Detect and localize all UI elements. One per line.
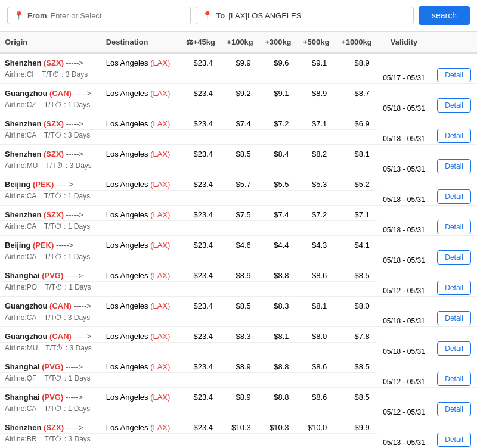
days-label: : 1 Days bbox=[64, 192, 90, 200]
detail-button[interactable]: Detail bbox=[437, 220, 471, 234]
origin-code: (CAN) bbox=[49, 332, 72, 341]
search-button[interactable]: search bbox=[419, 6, 470, 25]
detail-button[interactable]: Detail bbox=[437, 250, 471, 265]
origin-city: Shanghai bbox=[5, 271, 42, 280]
dest-city: Los Angeles bbox=[106, 119, 150, 128]
transit-label: T/T bbox=[45, 283, 55, 291]
origin-city: Shenzhen bbox=[5, 119, 44, 128]
detail-button[interactable]: Detail bbox=[437, 433, 471, 447]
detail-cell[interactable]: Detail bbox=[431, 84, 477, 114]
days-label: : 1 Days bbox=[64, 222, 90, 231]
origin-cell: Shenzhen (SZX) -----> bbox=[0, 114, 101, 130]
price-100: $8.3 bbox=[220, 327, 258, 343]
detail-button[interactable]: Detail bbox=[437, 281, 471, 295]
validity-cell: 05/18 - 05/31 bbox=[377, 297, 432, 327]
dest-code: (LAX) bbox=[150, 393, 170, 402]
detail-cell[interactable]: Detail bbox=[431, 114, 477, 145]
price-100: $8.5 bbox=[220, 297, 258, 312]
to-input[interactable] bbox=[228, 11, 407, 20]
price-1000: $9.9 bbox=[334, 418, 376, 434]
transit-icon: ⏱ bbox=[55, 435, 62, 443]
arrow-icon: -----> bbox=[66, 210, 83, 219]
to-input-box[interactable]: 📍 To bbox=[196, 7, 414, 24]
detail-cell[interactable]: Detail bbox=[431, 145, 477, 175]
table-row: Shenzhen (SZX) -----> Los Angeles (LAX) … bbox=[0, 206, 477, 221]
arrow-icon: -----> bbox=[66, 150, 83, 158]
airline-info: Airline:CI T/T⏱ : 3 Days bbox=[0, 69, 179, 84]
transit-icon: ⏱ bbox=[56, 161, 63, 170]
from-input[interactable] bbox=[51, 11, 185, 20]
dest-city: Los Angeles bbox=[106, 271, 150, 280]
price-500: $8.6 bbox=[296, 357, 334, 373]
detail-button[interactable]: Detail bbox=[437, 402, 471, 416]
header-action bbox=[431, 32, 477, 53]
airline-info: Airline:CA T/T⏱ : 3 Days bbox=[0, 130, 179, 145]
price-100: $8.9 bbox=[220, 388, 258, 403]
arrow-icon: -----> bbox=[66, 271, 83, 280]
dest-code: (LAX) bbox=[150, 241, 170, 250]
detail-button[interactable]: Detail bbox=[437, 311, 471, 325]
header-45kg: ⚖+45kg bbox=[179, 32, 220, 53]
origin-cell: Shanghai (PVG) -----> bbox=[0, 388, 101, 403]
detail-cell[interactable]: Detail bbox=[431, 175, 477, 206]
dest-cell: Los Angeles (LAX) bbox=[101, 53, 179, 69]
airline-label: Airline: bbox=[5, 131, 27, 139]
price-500: $5.3 bbox=[296, 175, 334, 191]
airline-info: Airline:PO T/T⏱ : 1 Days bbox=[0, 282, 179, 297]
airline-code: MU bbox=[27, 161, 38, 170]
price-500: $7.1 bbox=[296, 114, 334, 130]
origin-cell: Shanghai (PVG) -----> bbox=[0, 357, 101, 373]
origin-code: (SZX) bbox=[44, 423, 64, 432]
dest-cell: Los Angeles (LAX) bbox=[101, 266, 179, 282]
airline-label: Airline: bbox=[5, 405, 27, 413]
dest-cell: Los Angeles (LAX) bbox=[101, 327, 179, 343]
from-input-box[interactable]: 📍 From bbox=[7, 7, 191, 24]
detail-cell[interactable]: Detail bbox=[431, 297, 477, 327]
detail-cell[interactable]: Detail bbox=[431, 388, 477, 418]
validity-cell: 05/18 - 05/31 bbox=[377, 236, 432, 266]
airline-info: Airline:CA T/T⏱ : 1 Days bbox=[0, 191, 179, 206]
airline-info: Airline:MU T/T⏱ : 3 Days bbox=[0, 160, 179, 175]
detail-cell[interactable]: Detail bbox=[431, 206, 477, 236]
price-45: $23.4 bbox=[179, 297, 220, 312]
detail-button[interactable]: Detail bbox=[437, 341, 471, 356]
arrow-icon: -----> bbox=[66, 119, 83, 128]
price-1000: $8.7 bbox=[334, 84, 376, 99]
origin-city: Shanghai bbox=[5, 362, 42, 371]
detail-button[interactable]: Detail bbox=[437, 98, 471, 113]
detail-cell[interactable]: Detail bbox=[431, 266, 477, 297]
origin-cell: Shenzhen (SZX) -----> bbox=[0, 145, 101, 160]
detail-button[interactable]: Detail bbox=[437, 372, 471, 386]
validity-cell: 05/18 - 05/31 bbox=[377, 206, 432, 236]
detail-cell[interactable]: Detail bbox=[431, 357, 477, 388]
detail-cell[interactable]: Detail bbox=[431, 327, 477, 357]
to-label: To bbox=[216, 11, 225, 20]
origin-city: Guangzhou bbox=[5, 332, 49, 341]
detail-button[interactable]: Detail bbox=[437, 159, 471, 173]
detail-cell[interactable]: Detail bbox=[431, 418, 477, 449]
transit-label: T/T bbox=[44, 101, 55, 109]
arrow-icon: -----> bbox=[56, 180, 73, 189]
airline-label: Airline: bbox=[5, 101, 27, 109]
detail-button[interactable]: Detail bbox=[437, 129, 471, 143]
transit-label: T/T bbox=[44, 313, 55, 322]
price-100: $9.2 bbox=[220, 84, 258, 99]
detail-cell[interactable]: Detail bbox=[431, 236, 477, 266]
table-body: Shenzhen (SZX) -----> Los Angeles (LAX) … bbox=[0, 53, 477, 448]
price-100: $7.4 bbox=[220, 114, 258, 130]
days-label: : 3 Days bbox=[66, 344, 92, 352]
price-300: $8.8 bbox=[258, 388, 296, 403]
price-1000: $8.1 bbox=[334, 145, 376, 160]
table-row: Beijing (PEK) -----> Los Angeles (LAX) $… bbox=[0, 175, 477, 191]
transit-icon: ⏱ bbox=[55, 131, 62, 139]
detail-button[interactable]: Detail bbox=[437, 189, 471, 204]
detail-button[interactable]: Detail bbox=[437, 68, 471, 82]
price-45: $23.4 bbox=[179, 53, 220, 69]
airline-code: CA bbox=[27, 253, 36, 261]
detail-cell[interactable]: Detail bbox=[431, 53, 477, 84]
origin-city: Shenzhen bbox=[5, 58, 44, 67]
price-500: $8.2 bbox=[296, 145, 334, 160]
price-100: $10.3 bbox=[220, 418, 258, 434]
pin-icon-from: 📍 bbox=[14, 11, 24, 20]
price-100: $8.9 bbox=[220, 357, 258, 373]
